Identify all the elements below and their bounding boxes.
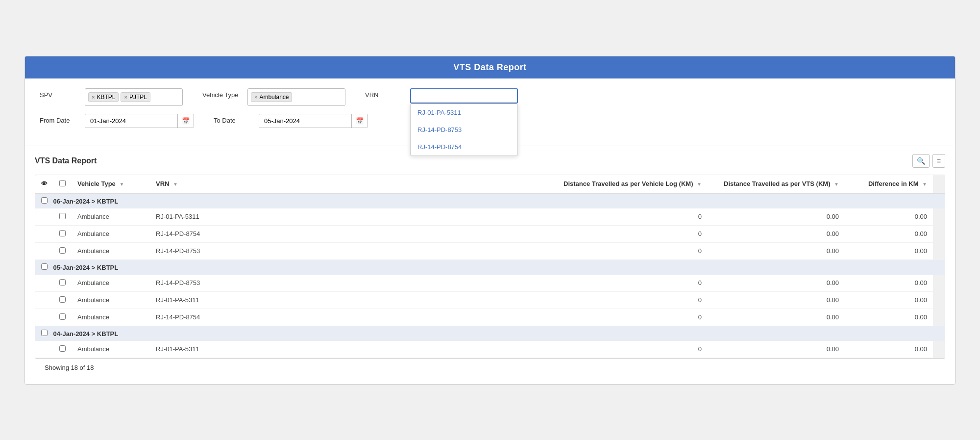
vrn-dropdown-item-2[interactable]: RJ-14-PD-8753 <box>411 121 517 138</box>
table-wrapper: 👁 Vehicle Type ▼ VRN ▼ <box>35 175 945 359</box>
col-vehicle-type-header[interactable]: Vehicle Type ▼ <box>72 175 150 193</box>
row-checkbox[interactable] <box>59 296 66 303</box>
diff-cell: 0.00 <box>845 208 933 226</box>
diff-cell: 0.00 <box>845 225 933 242</box>
vrn-input-wrapper: RJ-01-PA-5311 RJ-14-PD-8753 RJ-14-PD-875… <box>410 88 518 104</box>
vrn-input[interactable] <box>410 88 518 104</box>
spv-tag-kbtpl-label: KBTPL <box>97 94 115 101</box>
col-diff-label: Difference in KM <box>868 180 919 187</box>
filter-section: SPV × KBTPL × PJTPL Vehicle Type <box>25 78 955 146</box>
search-button[interactable]: 🔍 <box>912 154 930 168</box>
diff-cell: 0.00 <box>845 275 933 292</box>
spv-tag-kbtpl-remove[interactable]: × <box>92 94 95 100</box>
group-checkbox-1[interactable] <box>41 197 48 204</box>
from-date-input-group[interactable]: 📅 <box>85 114 194 128</box>
check-cell <box>53 291 72 309</box>
row-checkbox[interactable] <box>59 247 66 254</box>
table-title: VTS Data Report <box>35 156 97 165</box>
dist-log-cell: 0 <box>258 242 708 259</box>
diff-cell: 0.00 <box>845 291 933 309</box>
table-header-row: VTS Data Report 🔍 ≡ <box>35 154 945 168</box>
vehicle-type-tag-input[interactable]: × Ambulance <box>247 88 345 106</box>
vrn-cell: RJ-14-PD-8753 <box>150 275 258 292</box>
col-eye-header: 👁 <box>35 175 53 193</box>
table-actions: 🔍 ≡ <box>912 154 945 168</box>
group-row-2: 05-Jan-2024 > KBTPL <box>35 259 945 275</box>
from-date-filter-group: From Date 📅 <box>40 114 194 128</box>
diff-cell: 0.00 <box>845 242 933 259</box>
page-title: VTS Data Report <box>453 62 527 72</box>
vrn-dropdown-item-3[interactable]: RJ-14-PD-8754 <box>411 138 517 155</box>
row-checkbox[interactable] <box>59 279 66 285</box>
spv-tag-input[interactable]: × KBTPL × PJTPL <box>85 88 183 106</box>
spv-tag-pjtpl-remove[interactable]: × <box>124 94 127 100</box>
select-all-checkbox[interactable] <box>59 180 66 186</box>
dist-log-cell: 0 <box>258 309 708 326</box>
data-table: 👁 Vehicle Type ▼ VRN ▼ <box>35 175 945 358</box>
vrn-sort-icon: ▼ <box>173 181 178 187</box>
eye-icon: 👁 <box>41 180 48 187</box>
eye-cell <box>35 275 53 292</box>
row-checkbox[interactable] <box>59 230 66 236</box>
dist-vts-cell: 0.00 <box>708 341 845 358</box>
vehicle-type-cell: Ambulance <box>72 291 150 309</box>
page-header: VTS Data Report <box>25 56 955 78</box>
vrn-label: VRN <box>365 88 404 99</box>
menu-button[interactable]: ≡ <box>932 154 945 168</box>
spv-tag-pjtpl-label: PJTPL <box>129 94 147 101</box>
vehicle-type-cell: Ambulance <box>72 275 150 292</box>
to-date-calendar-icon[interactable]: 📅 <box>351 114 368 128</box>
vehicle-type-tag-ambulance-remove[interactable]: × <box>254 94 257 100</box>
dist-log-cell: 0 <box>258 208 708 226</box>
dist-vts-cell: 0.00 <box>708 291 845 309</box>
vrn-cell: RJ-01-PA-5311 <box>150 341 258 358</box>
eye-cell <box>35 291 53 309</box>
group-row-1: 06-Jan-2024 > KBTPL <box>35 193 945 208</box>
scrollbar-cell <box>933 242 945 259</box>
scrollbar-cell <box>933 291 945 309</box>
dist-vts-cell: 0.00 <box>708 275 845 292</box>
vehicle-type-cell: Ambulance <box>72 309 150 326</box>
group-checkbox-2[interactable] <box>41 263 48 270</box>
diff-cell: 0.00 <box>845 309 933 326</box>
col-dist-vts-header[interactable]: Distance Travelled as per VTS (KM) ▼ <box>708 175 845 193</box>
vrn-dropdown-item-1[interactable]: RJ-01-PA-5311 <box>411 104 517 121</box>
vrn-cell: RJ-14-PD-8753 <box>150 242 258 259</box>
table-row: Ambulance RJ-01-PA-5311 0 0.00 0.00 <box>35 341 945 358</box>
to-date-input[interactable] <box>259 114 351 128</box>
dist-vts-cell: 0.00 <box>708 242 845 259</box>
col-dist-log-label: Distance Travelled as per Vehicle Log (K… <box>564 180 693 187</box>
scrollbar-cell <box>933 275 945 292</box>
from-date-calendar-icon[interactable]: 📅 <box>177 114 194 128</box>
dist-log-cell: 0 <box>258 291 708 309</box>
vehicle-type-cell: Ambulance <box>72 341 150 358</box>
col-vrn-header[interactable]: VRN ▼ <box>150 175 258 193</box>
col-check-header <box>53 175 72 193</box>
vrn-cell: RJ-14-PD-8754 <box>150 309 258 326</box>
scrollbar-col <box>933 175 945 193</box>
dist-log-cell: 0 <box>258 341 708 358</box>
to-date-input-group[interactable]: 📅 <box>259 114 368 128</box>
col-dist-vts-label: Distance Travelled as per VTS (KM) <box>724 180 830 187</box>
group-checkbox-3[interactable] <box>41 330 48 336</box>
vehicle-type-label: Vehicle Type <box>202 88 242 99</box>
table-row: Ambulance RJ-14-PD-8754 0 0.00 0.00 <box>35 309 945 326</box>
vrn-cell: RJ-01-PA-5311 <box>150 291 258 309</box>
dist-vts-cell: 0.00 <box>708 225 845 242</box>
check-cell <box>53 309 72 326</box>
row-checkbox[interactable] <box>59 213 66 219</box>
group-label-3: 04-Jan-2024 > KBTPL <box>35 326 945 341</box>
vehicle-type-cell: Ambulance <box>72 242 150 259</box>
col-diff-header[interactable]: Difference in KM ▼ <box>845 175 933 193</box>
eye-cell <box>35 242 53 259</box>
eye-cell <box>35 341 53 358</box>
to-date-label: To Date <box>214 114 253 124</box>
table-head: 👁 Vehicle Type ▼ VRN ▼ <box>35 175 945 193</box>
row-checkbox[interactable] <box>59 313 66 320</box>
from-date-input[interactable] <box>85 114 177 128</box>
vehicle-type-tag-ambulance: × Ambulance <box>251 92 292 102</box>
row-checkbox[interactable] <box>59 345 66 352</box>
col-dist-log-header[interactable]: Distance Travelled as per Vehicle Log (K… <box>258 175 708 193</box>
scrollbar-cell <box>933 309 945 326</box>
spv-filter-group: SPV × KBTPL × PJTPL <box>40 88 183 106</box>
